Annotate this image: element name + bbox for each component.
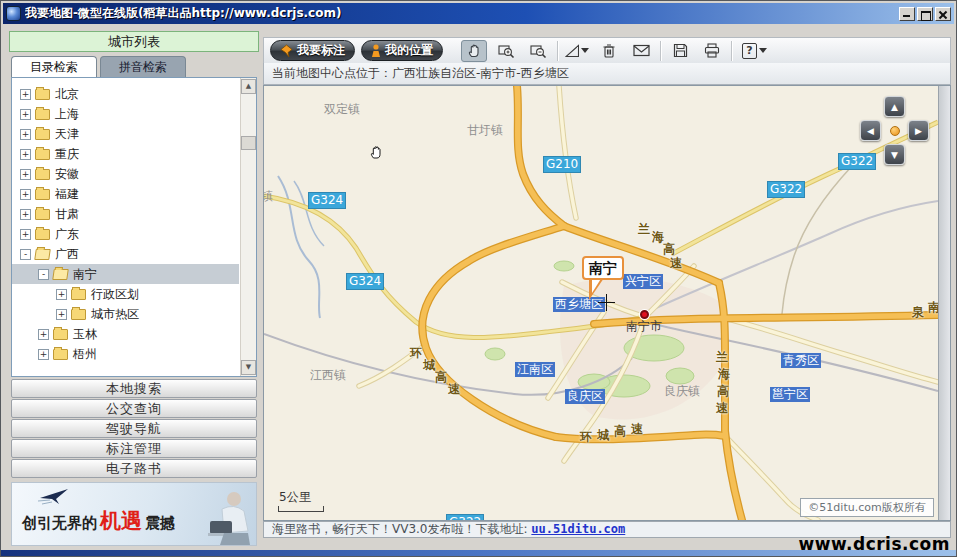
tree-row[interactable]: + 玉林 <box>12 324 239 344</box>
tree-expander-icon[interactable]: + <box>20 109 31 120</box>
sidebar-section-button[interactable]: 公交查询 <box>11 399 257 418</box>
map-label: G322 <box>446 514 484 520</box>
help-dropdown-icon[interactable] <box>759 48 767 53</box>
measure-dropdown-icon[interactable] <box>581 48 589 53</box>
print-button[interactable] <box>699 40 725 62</box>
app-icon <box>6 6 21 21</box>
tree-expander-icon[interactable]: + <box>20 169 31 180</box>
tree-row[interactable]: - 广西 <box>12 244 239 264</box>
folder-icon <box>34 249 51 260</box>
tree-expander-icon[interactable]: + <box>20 209 31 220</box>
add-marker-button[interactable]: 我要标注 <box>270 40 355 61</box>
close-button[interactable] <box>935 7 951 21</box>
cursor-hand-icon <box>368 144 384 160</box>
pan-down-button[interactable]: ▼ <box>884 144 905 165</box>
sidebar-section-button[interactable]: 标注管理 <box>11 439 257 458</box>
map-right-gutter <box>938 86 950 520</box>
city-marker-icon[interactable] <box>640 310 649 319</box>
tree-row-label: 甘肃 <box>55 206 79 223</box>
map-label: 江西镇 <box>310 368 346 383</box>
search-tabs: 目录检索 拼音检索 <box>11 56 257 77</box>
maximize-button[interactable] <box>917 7 933 21</box>
tree-row[interactable]: + 行政区划 <box>12 284 239 304</box>
zoom-out-tool-button[interactable] <box>525 40 551 62</box>
help-button[interactable]: ? <box>738 40 771 62</box>
minimize-button[interactable] <box>899 7 915 21</box>
tree-row[interactable]: + 福建 <box>12 184 239 204</box>
tree-expander-icon[interactable]: + <box>20 149 31 160</box>
pan-center-button[interactable] <box>890 126 900 136</box>
tree-row[interactable]: + 重庆 <box>12 144 239 164</box>
map-label: 兰 <box>716 350 728 365</box>
pan-tool-button[interactable] <box>461 40 487 62</box>
sidebar-section-button[interactable]: 驾驶导航 <box>11 419 257 438</box>
map-label: 良庆镇 <box>664 384 700 399</box>
tree-row[interactable]: + 广东 <box>12 224 239 244</box>
tree-row-label: 城市热区 <box>91 306 139 323</box>
tree-row[interactable]: + 甘肃 <box>12 204 239 224</box>
titlebar[interactable]: 我要地图-微型在线版(稻草出品http://www.dcrjs.com) <box>3 3 954 24</box>
tree-expander-icon[interactable]: + <box>20 89 31 100</box>
zoom-out-icon <box>530 43 547 59</box>
measure-tool-button[interactable] <box>564 40 590 62</box>
scroll-thumb[interactable] <box>241 136 256 150</box>
map-label: 良庆区 <box>565 389 605 404</box>
tab-search-mode[interactable]: 目录检索 <box>11 56 97 77</box>
map-label: 速 <box>448 382 460 397</box>
tree-expander-icon[interactable]: + <box>56 289 67 300</box>
my-location-button[interactable]: 我的位置 <box>361 40 443 61</box>
tree-expander-icon[interactable]: + <box>38 349 49 360</box>
help-icon: ? <box>742 43 757 59</box>
tree-expander-icon[interactable]: - <box>38 269 49 280</box>
tree-expander-icon[interactable]: + <box>20 229 31 240</box>
scroll-down-icon[interactable]: ▼ <box>241 360 256 375</box>
pan-left-button[interactable]: ◀ <box>860 120 881 141</box>
tree-row[interactable]: + 北京 <box>12 84 239 104</box>
sidebar-section-button[interactable]: 本地搜索 <box>11 379 257 398</box>
map-label: 高 <box>435 370 447 385</box>
delete-tool-button[interactable] <box>596 40 622 62</box>
download-link[interactable]: uu.51ditu.com <box>531 522 625 536</box>
sidebar-section-button[interactable]: 电子路书 <box>11 459 257 478</box>
tree-row[interactable]: + 安徽 <box>12 164 239 184</box>
map-viewport[interactable]: 双定镇 甘圩镇 镇 江西镇 良庆镇 南宁市 G210 G322 G322 <box>264 86 938 520</box>
tree-row[interactable]: + 天津 <box>12 124 239 144</box>
scale-bar <box>278 506 324 512</box>
folder-icon <box>52 269 69 280</box>
tree-expander-icon[interactable]: + <box>20 129 31 140</box>
tree-row[interactable]: + 城市热区 <box>12 304 239 324</box>
person-icon <box>371 44 381 58</box>
tree-row[interactable]: + 梧州 <box>12 344 239 364</box>
pan-up-button[interactable]: ▲ <box>884 96 905 117</box>
tree-expander-icon[interactable]: + <box>56 309 67 320</box>
mail-button[interactable] <box>628 40 654 62</box>
tree-expander-icon[interactable]: - <box>20 249 31 260</box>
add-marker-label: 我要标注 <box>297 42 345 59</box>
nanning-callout[interactable]: 南宁 <box>582 256 624 280</box>
tree-expander-icon[interactable]: + <box>20 189 31 200</box>
tree-row-label: 南宁 <box>73 266 97 283</box>
map-label: 环 <box>410 346 422 361</box>
scroll-up-icon[interactable]: ▲ <box>241 79 256 94</box>
pan-right-button[interactable]: ▶ <box>908 120 929 141</box>
zoom-in-tool-button[interactable] <box>493 40 519 62</box>
save-button[interactable] <box>667 40 693 62</box>
toolbar-separator <box>660 41 661 61</box>
map-label: 环 <box>580 430 592 445</box>
paper-plane-icon <box>38 488 78 506</box>
tree-scrollbar[interactable]: ▲ ▼ <box>240 78 256 376</box>
tree-row[interactable]: + 上海 <box>12 104 239 124</box>
app-window: 我要地图-微型在线版(稻草出品http://www.dcrjs.com) 城市列… <box>0 0 957 557</box>
tree-row[interactable]: - 南宁 <box>12 264 239 284</box>
ad-banner[interactable]: 创引无界的机遇震撼 <box>11 482 257 546</box>
map-label: 南宁市 <box>626 319 662 334</box>
map-label: 速 <box>670 256 682 271</box>
map-copyright: ©51ditu.com版权所有 <box>800 498 934 517</box>
folder-icon <box>35 109 50 120</box>
toolbar-separator <box>557 41 558 61</box>
ad-person-image <box>194 487 252 545</box>
map-center-status: 当前地图中心点位于：广西壮族自治区-南宁市-西乡塘区 <box>263 63 951 85</box>
tree-expander-icon[interactable]: + <box>38 329 49 340</box>
marker-pin-icon <box>280 44 293 58</box>
tab-search-mode[interactable]: 拼音检索 <box>100 56 186 77</box>
